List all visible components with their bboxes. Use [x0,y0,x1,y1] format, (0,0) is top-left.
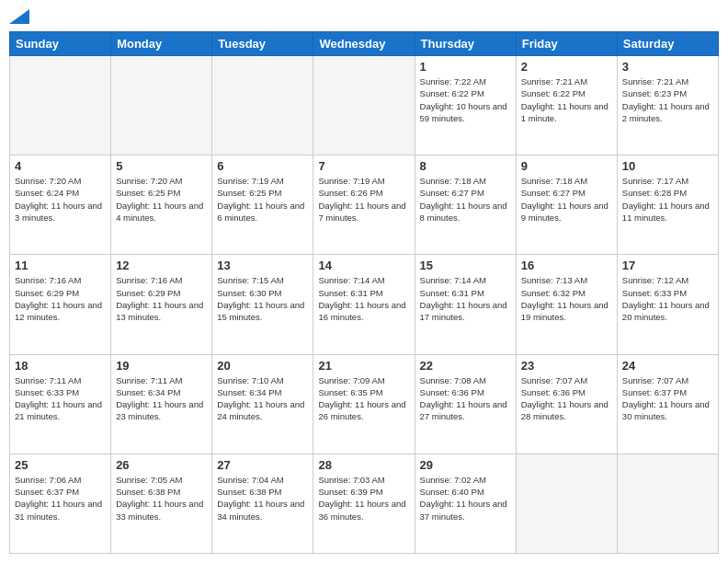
day-info: Sunrise: 7:19 AMSunset: 6:26 PMDaylight:… [318,175,409,224]
day-number: 26 [116,458,207,472]
calendar-cell: 17Sunrise: 7:12 AMSunset: 6:33 PMDayligh… [617,255,718,354]
day-info: Sunrise: 7:05 AMSunset: 6:38 PMDaylight:… [116,474,207,523]
calendar-cell: 6Sunrise: 7:19 AMSunset: 6:25 PMDaylight… [212,155,313,255]
day-number: 5 [116,159,207,173]
calendar-cell [10,56,111,155]
col-saturday: Saturday [617,32,718,56]
col-monday: Monday [111,32,212,56]
logo [9,9,29,24]
day-info: Sunrise: 7:20 AMSunset: 6:24 PMDaylight:… [15,175,106,224]
calendar-cell: 13Sunrise: 7:15 AMSunset: 6:30 PMDayligh… [212,255,313,354]
day-info: Sunrise: 7:14 AMSunset: 6:31 PMDaylight:… [318,274,409,323]
day-info: Sunrise: 7:17 AMSunset: 6:28 PMDaylight:… [622,175,713,224]
day-info: Sunrise: 7:18 AMSunset: 6:27 PMDaylight:… [420,175,511,224]
calendar-cell: 29Sunrise: 7:02 AMSunset: 6:40 PMDayligh… [415,454,516,553]
calendar-cell: 12Sunrise: 7:16 AMSunset: 6:29 PMDayligh… [111,255,212,354]
day-number: 27 [217,458,308,472]
day-info: Sunrise: 7:13 AMSunset: 6:32 PMDaylight:… [521,274,612,323]
day-info: Sunrise: 7:16 AMSunset: 6:29 PMDaylight:… [116,274,207,323]
calendar-cell: 22Sunrise: 7:08 AMSunset: 6:36 PMDayligh… [415,354,516,454]
calendar-cell [111,56,212,155]
day-info: Sunrise: 7:07 AMSunset: 6:37 PMDaylight:… [622,374,713,423]
calendar-cell: 9Sunrise: 7:18 AMSunset: 6:27 PMDaylight… [516,155,617,255]
day-number: 7 [318,159,409,173]
col-wednesday: Wednesday [313,32,415,56]
day-info: Sunrise: 7:04 AMSunset: 6:38 PMDaylight:… [217,474,308,523]
day-number: 17 [622,259,713,272]
day-info: Sunrise: 7:16 AMSunset: 6:29 PMDaylight:… [15,274,106,323]
calendar-cell: 19Sunrise: 7:11 AMSunset: 6:34 PMDayligh… [111,354,212,454]
calendar-cell: 4Sunrise: 7:20 AMSunset: 6:24 PMDaylight… [10,155,111,255]
day-number: 23 [521,359,612,373]
day-info: Sunrise: 7:10 AMSunset: 6:34 PMDaylight:… [217,374,308,423]
calendar-cell: 27Sunrise: 7:04 AMSunset: 6:38 PMDayligh… [212,454,313,553]
day-number: 4 [15,159,106,173]
day-info: Sunrise: 7:14 AMSunset: 6:31 PMDaylight:… [420,274,511,323]
day-number: 18 [15,359,106,373]
col-friday: Friday [516,32,617,56]
day-number: 3 [622,60,713,74]
calendar-cell: 5Sunrise: 7:20 AMSunset: 6:25 PMDaylight… [111,155,212,255]
calendar-cell: 18Sunrise: 7:11 AMSunset: 6:33 PMDayligh… [10,354,111,454]
calendar-cell: 16Sunrise: 7:13 AMSunset: 6:32 PMDayligh… [516,255,617,354]
col-tuesday: Tuesday [212,32,313,56]
header [9,9,719,24]
calendar-cell [516,454,617,553]
calendar-cell: 8Sunrise: 7:18 AMSunset: 6:27 PMDaylight… [415,155,516,255]
day-info: Sunrise: 7:11 AMSunset: 6:33 PMDaylight:… [15,374,106,423]
calendar-header-row: Sunday Monday Tuesday Wednesday Thursday… [10,32,719,56]
calendar-cell [617,454,718,553]
calendar-week-row: 11Sunrise: 7:16 AMSunset: 6:29 PMDayligh… [10,255,719,354]
day-number: 28 [318,458,409,472]
day-info: Sunrise: 7:19 AMSunset: 6:25 PMDaylight:… [217,175,308,224]
calendar-cell: 25Sunrise: 7:06 AMSunset: 6:37 PMDayligh… [10,454,111,553]
day-number: 15 [420,259,511,272]
day-info: Sunrise: 7:21 AMSunset: 6:22 PMDaylight:… [521,75,612,124]
col-sunday: Sunday [10,32,111,56]
page: Sunday Monday Tuesday Wednesday Thursday… [0,0,728,563]
day-number: 2 [521,60,612,74]
calendar-cell [313,56,415,155]
day-info: Sunrise: 7:03 AMSunset: 6:39 PMDaylight:… [318,474,409,523]
day-info: Sunrise: 7:15 AMSunset: 6:30 PMDaylight:… [217,274,308,323]
calendar-week-row: 18Sunrise: 7:11 AMSunset: 6:33 PMDayligh… [10,354,719,454]
day-info: Sunrise: 7:21 AMSunset: 6:23 PMDaylight:… [622,75,713,124]
calendar-cell: 20Sunrise: 7:10 AMSunset: 6:34 PMDayligh… [212,354,313,454]
calendar-table: Sunday Monday Tuesday Wednesday Thursday… [9,31,719,554]
calendar-cell: 10Sunrise: 7:17 AMSunset: 6:28 PMDayligh… [617,155,718,255]
calendar-cell: 26Sunrise: 7:05 AMSunset: 6:38 PMDayligh… [111,454,212,553]
calendar-cell: 2Sunrise: 7:21 AMSunset: 6:22 PMDaylight… [516,56,617,155]
day-number: 12 [116,259,207,272]
day-info: Sunrise: 7:07 AMSunset: 6:36 PMDaylight:… [521,374,612,423]
calendar-week-row: 4Sunrise: 7:20 AMSunset: 6:24 PMDaylight… [10,155,719,255]
day-info: Sunrise: 7:09 AMSunset: 6:35 PMDaylight:… [318,374,409,423]
day-number: 6 [217,159,308,173]
calendar-cell: 11Sunrise: 7:16 AMSunset: 6:29 PMDayligh… [10,255,111,354]
calendar-week-row: 1Sunrise: 7:22 AMSunset: 6:22 PMDaylight… [10,56,719,155]
day-info: Sunrise: 7:02 AMSunset: 6:40 PMDaylight:… [420,474,511,523]
calendar-cell: 7Sunrise: 7:19 AMSunset: 6:26 PMDaylight… [313,155,415,255]
day-number: 9 [521,159,612,173]
day-info: Sunrise: 7:08 AMSunset: 6:36 PMDaylight:… [420,374,511,423]
svg-marker-0 [9,9,29,24]
calendar-cell [212,56,313,155]
day-info: Sunrise: 7:20 AMSunset: 6:25 PMDaylight:… [116,175,207,224]
calendar-cell: 14Sunrise: 7:14 AMSunset: 6:31 PMDayligh… [313,255,415,354]
day-number: 29 [420,458,511,472]
calendar-cell: 23Sunrise: 7:07 AMSunset: 6:36 PMDayligh… [516,354,617,454]
day-number: 25 [15,458,106,472]
logo-icon [9,9,29,24]
day-number: 21 [318,359,409,373]
day-number: 1 [420,60,511,74]
calendar-cell: 1Sunrise: 7:22 AMSunset: 6:22 PMDaylight… [415,56,516,155]
calendar-cell: 21Sunrise: 7:09 AMSunset: 6:35 PMDayligh… [313,354,415,454]
day-info: Sunrise: 7:11 AMSunset: 6:34 PMDaylight:… [116,374,207,423]
day-info: Sunrise: 7:22 AMSunset: 6:22 PMDaylight:… [420,75,511,124]
day-info: Sunrise: 7:18 AMSunset: 6:27 PMDaylight:… [521,175,612,224]
day-number: 10 [622,159,713,173]
calendar-cell: 3Sunrise: 7:21 AMSunset: 6:23 PMDaylight… [617,56,718,155]
calendar-cell: 15Sunrise: 7:14 AMSunset: 6:31 PMDayligh… [415,255,516,354]
calendar-week-row: 25Sunrise: 7:06 AMSunset: 6:37 PMDayligh… [10,454,719,553]
day-number: 11 [15,259,106,272]
day-number: 24 [622,359,713,373]
